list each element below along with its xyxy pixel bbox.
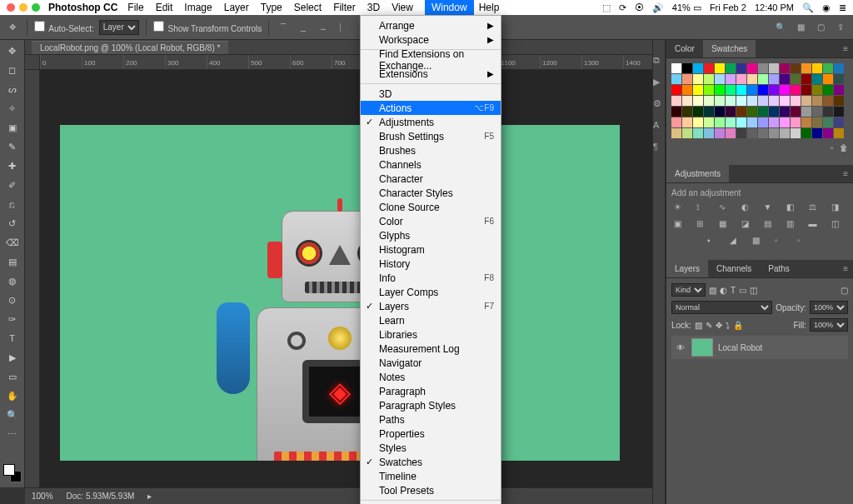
layers-tab[interactable]: Layers (666, 260, 708, 277)
delete-swatch-icon[interactable]: 🗑 (840, 143, 848, 152)
swatch[interactable] (823, 117, 833, 127)
gradient-fill-adjust-icon[interactable]: ◢ (730, 236, 745, 247)
swatch[interactable] (682, 63, 692, 73)
menubar-item-view[interactable]: View (392, 2, 413, 13)
swatch[interactable] (715, 74, 725, 84)
window-menu-item-paragraph[interactable]: Paragraph (361, 384, 501, 398)
swatch[interactable] (671, 117, 681, 127)
layer-visibility-icon[interactable]: 👁 (675, 343, 686, 352)
lock-all-icon[interactable]: 🔒 (733, 321, 743, 330)
window-menu-item-timeline[interactable]: Timeline (361, 469, 501, 483)
swatch[interactable] (671, 96, 681, 106)
swatch[interactable] (780, 96, 790, 106)
menubar-item-filter[interactable]: Filter (333, 2, 356, 13)
swatch[interactable] (801, 74, 811, 84)
swatch[interactable] (704, 128, 714, 138)
gradient-tool[interactable]: ▤ (2, 252, 23, 271)
swatch[interactable] (823, 96, 833, 106)
menubar-item-layer[interactable]: Layer (224, 2, 249, 13)
swatch[interactable] (704, 117, 714, 127)
menubar-item-help[interactable]: Help (479, 2, 500, 13)
sync-icon[interactable]: ⟳ (619, 2, 626, 13)
swatch[interactable] (704, 63, 714, 73)
fill-field[interactable]: 100% (810, 318, 848, 332)
window-menu-item-measurement-log[interactable]: Measurement Log (361, 342, 501, 356)
swatch[interactable] (834, 63, 844, 73)
swatch[interactable] (726, 107, 736, 117)
swatch[interactable] (671, 63, 681, 73)
curves-adjust-icon[interactable]: ∿ (719, 202, 734, 214)
history-brush-tool[interactable]: ↺ (2, 214, 23, 232)
swatch[interactable] (769, 74, 779, 84)
crop-tool[interactable]: ▣ (2, 118, 23, 137)
paths-tab[interactable]: Paths (760, 260, 798, 277)
healing-brush-tool[interactable]: ✚ (2, 157, 23, 175)
layer-thumbnail[interactable] (691, 338, 713, 357)
swatch[interactable] (715, 128, 725, 138)
channels-tab[interactable]: Channels (708, 260, 760, 277)
layer-name[interactable]: Local Robot (718, 343, 762, 352)
character-panel-icon[interactable]: A (653, 120, 665, 132)
filter-type-icon[interactable]: T (731, 286, 736, 295)
swatch[interactable] (704, 74, 714, 84)
arrange-documents-icon[interactable]: ▦ (793, 20, 808, 35)
share-icon[interactable]: ⇪ (833, 20, 848, 35)
lock-pixels-icon[interactable]: ✎ (706, 321, 712, 330)
swatch[interactable] (693, 63, 703, 73)
color-lookup-adjust-icon[interactable]: ▦ (719, 219, 734, 231)
filter-adjust-icon[interactable]: ◐ (720, 286, 727, 295)
swatch[interactable] (747, 74, 757, 84)
window-menu-item-layer-comps[interactable]: Layer Comps (361, 285, 501, 299)
window-menu-item-clone-source[interactable]: Clone Source (361, 200, 501, 214)
dodge-tool[interactable]: ⊙ (2, 291, 23, 309)
swatch[interactable] (812, 117, 822, 127)
opacity-field[interactable]: 100% (810, 301, 848, 314)
swatch[interactable] (747, 63, 757, 73)
swatch[interactable] (758, 107, 768, 117)
swatch[interactable] (801, 128, 811, 138)
layer-row[interactable]: 👁 Local Robot (671, 336, 848, 359)
swatch[interactable] (791, 107, 801, 117)
brightness-adjust-icon[interactable]: ☀ (674, 202, 689, 214)
hand-tool[interactable]: ✋ (2, 387, 23, 405)
clone-stamp-tool[interactable]: ⎌ (2, 195, 23, 213)
swatch[interactable] (801, 96, 811, 106)
paragraph-panel-icon[interactable]: ¶ (653, 142, 665, 153)
swatch[interactable] (736, 63, 746, 73)
new-swatch-icon[interactable]: ▫ (830, 143, 833, 152)
swatch[interactable] (736, 85, 746, 95)
swatch[interactable] (682, 117, 692, 127)
pen-tool[interactable]: ✑ (2, 310, 23, 328)
solid-fill-adjust-icon[interactable]: ▪ (707, 236, 722, 247)
swatch[interactable] (747, 96, 757, 106)
swatch[interactable] (812, 107, 822, 117)
battery-indicator[interactable]: 41% ▭ (672, 2, 701, 13)
swatch[interactable] (682, 96, 692, 106)
filter-smart-icon[interactable]: ◫ (750, 286, 757, 295)
swatch[interactable] (671, 85, 681, 95)
swatch[interactable] (812, 63, 822, 73)
swatch[interactable] (758, 74, 768, 84)
levels-adjust-icon[interactable]: ⟟ (696, 202, 711, 214)
wifi-icon[interactable]: ⦿ (635, 2, 644, 12)
screen-mode-icon[interactable]: ▢ (813, 20, 828, 35)
window-menu-item-histogram[interactable]: Histogram (361, 242, 501, 257)
swatch[interactable] (791, 117, 801, 127)
window-menu-item-channels[interactable]: Channels (361, 157, 501, 172)
swatch[interactable] (780, 117, 790, 127)
vibrance-adjust-icon[interactable]: ▼ (764, 202, 779, 214)
window-menu-item-navigator[interactable]: Navigator (361, 356, 501, 370)
swatch[interactable] (747, 107, 757, 117)
swatch[interactable] (780, 63, 790, 73)
swatch[interactable] (693, 128, 703, 138)
swatch[interactable] (693, 74, 703, 84)
swatch[interactable] (726, 63, 736, 73)
swatches-tab[interactable]: Swatches (703, 40, 756, 57)
adjustments-tab[interactable]: Adjustments (666, 165, 729, 182)
posterize-adjust-icon[interactable]: ▤ (764, 219, 779, 231)
color-tab[interactable]: Color (666, 40, 703, 57)
eraser-tool[interactable]: ⌫ (2, 233, 23, 252)
search-icon[interactable]: 🔍 (773, 20, 788, 35)
color-balance-adjust-icon[interactable]: ⚖ (809, 202, 824, 214)
swatch[interactable] (682, 107, 692, 117)
